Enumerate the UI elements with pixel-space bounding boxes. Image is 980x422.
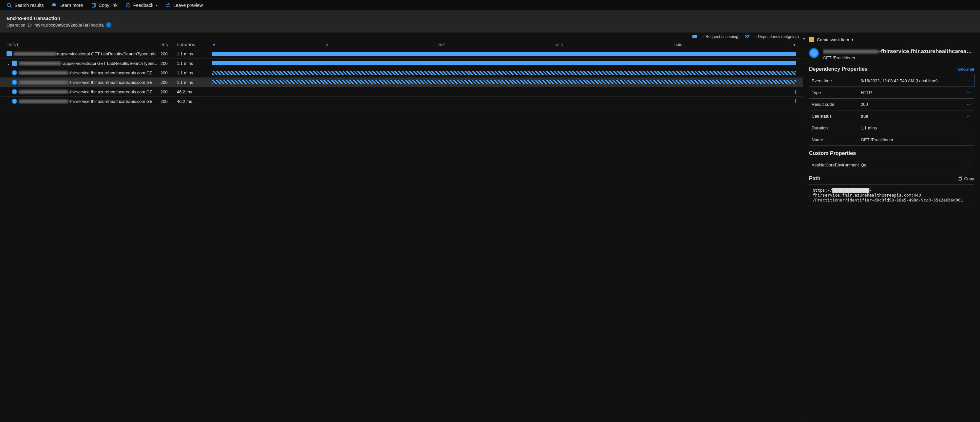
col-res: Res.	[161, 43, 177, 47]
dependency-properties-header: Dependency Properties Show all	[809, 66, 974, 72]
event-name: -appservicesiteapi GET LabResults/Search…	[62, 61, 161, 66]
property-key: Type	[811, 90, 861, 95]
event-duration: 1.1 mins	[177, 80, 210, 85]
smiley-icon	[126, 3, 131, 8]
property-actions-button[interactable]: ⋯	[967, 102, 972, 107]
event-duration: 1.1 mins	[177, 51, 210, 56]
details-panel: » Create work item ▾ -fhirservice.fhir.a…	[803, 32, 980, 422]
insights-badge-icon[interactable]: ◦	[106, 22, 111, 27]
cloud-icon	[51, 3, 57, 8]
event-name: appservicesiteapi GET LabResults/SearchT…	[57, 51, 156, 56]
property-value: 9/16/2022, 12:08:42.749 AM (Local time)	[861, 78, 967, 83]
event-row[interactable]: ⌄-appservicesiteapi GET LabResults/Searc…	[0, 59, 803, 68]
legend-dependency-label: = Dependency (outgoing)	[755, 34, 799, 39]
detail-header: -fhirservice.fhir.azurehealthcareapi... …	[809, 48, 974, 60]
leave-preview-label: Leave preview	[173, 3, 203, 8]
learn-more-button[interactable]: Learn more	[51, 3, 83, 8]
globe-icon	[12, 89, 17, 94]
svg-point-3	[126, 3, 130, 7]
swap-icon	[165, 3, 171, 8]
toolbar: Search results Learn more Copy link Feed…	[0, 0, 980, 11]
property-key: Call status	[811, 114, 861, 119]
event-name: -fhirservice.fhir.azurehealthcareapis.co…	[69, 80, 153, 85]
custom-properties-table: AspNetCoreEnvironmentQa⋯	[809, 159, 974, 171]
redacted-text	[19, 90, 68, 94]
redacted-text	[19, 71, 68, 75]
page-title: End-to-end transaction	[6, 15, 974, 21]
redacted-text	[19, 100, 68, 103]
leave-preview-button[interactable]: Leave preview	[165, 3, 203, 8]
property-row: Result code200⋯	[809, 99, 974, 110]
event-row[interactable]: -fhirservice.fhir.azurehealthcareapis.co…	[0, 97, 803, 106]
property-actions-button[interactable]: ⋯	[967, 78, 972, 83]
timeline-bar	[212, 52, 796, 56]
operation-id-label: Operation ID:	[6, 22, 32, 27]
svg-rect-2	[92, 4, 95, 7]
col-duration: Duration	[177, 43, 210, 47]
create-work-item-button[interactable]: Create work item ▾	[809, 37, 974, 42]
collapse-panel-button[interactable]: »	[803, 36, 805, 41]
event-res: 200	[161, 89, 177, 94]
timeline-bar	[212, 80, 796, 84]
copy-path-button[interactable]: Copy	[958, 176, 974, 181]
event-row[interactable]: -fhirservice.fhir.azurehealthcareapis.co…	[0, 68, 803, 78]
transaction-timeline-panel: = Request (incoming) = Dependency (outgo…	[0, 32, 803, 422]
redacted-text	[19, 62, 61, 65]
event-name: -fhirservice.fhir.azurehealthcareapis.co…	[69, 70, 153, 75]
property-value: 200	[861, 102, 967, 107]
expander-icon[interactable]: ⌄	[6, 61, 11, 66]
grid-header: Event Res. Duration ▼ 0 20 S 40 S 1 MIN …	[0, 41, 803, 49]
tick-0: 0	[326, 43, 328, 47]
property-row: AspNetCoreEnvironmentQa⋯	[809, 159, 974, 171]
request-icon	[12, 61, 17, 66]
search-icon	[6, 3, 12, 8]
dependency-properties-title: Dependency Properties	[809, 66, 868, 72]
chevron-down-icon: ▾	[156, 3, 158, 7]
tick-2: 40 S	[555, 43, 563, 47]
work-item-icon	[809, 37, 814, 42]
globe-icon	[809, 48, 819, 58]
redacted-text	[823, 50, 878, 53]
property-actions-button[interactable]: ⋯	[967, 90, 972, 95]
feedback-button[interactable]: Feedback ▾	[126, 3, 158, 8]
property-actions-button[interactable]: ⋯	[967, 162, 972, 167]
dependency-properties-table: Event time9/16/2022, 12:08:42.749 AM (Lo…	[809, 75, 974, 146]
property-row: Call statustrue⋯	[809, 110, 974, 122]
event-res: 200	[161, 99, 177, 104]
show-all-link[interactable]: Show all	[958, 67, 974, 72]
path-title: Path	[809, 176, 821, 182]
filter-right-icon[interactable]: ▼	[793, 43, 796, 47]
property-actions-button[interactable]: ⋯	[967, 137, 972, 142]
copy-icon	[958, 176, 963, 181]
property-actions-button[interactable]: ⋯	[967, 114, 972, 119]
tick-1: 20 S	[438, 43, 445, 47]
learn-more-label: Learn more	[59, 3, 83, 8]
filter-left-icon[interactable]: ▼	[212, 43, 216, 47]
event-row[interactable]: -fhirservice.fhir.azurehealthcareapis.co…	[0, 87, 803, 97]
search-results-button[interactable]: Search results	[6, 3, 44, 8]
event-name: -fhirservice.fhir.azurehealthcareapis.co…	[69, 99, 153, 104]
event-duration: 46.2 ms	[177, 89, 210, 94]
svg-rect-4	[959, 178, 961, 180]
property-value: true	[861, 114, 967, 119]
event-row[interactable]: -fhirservice.fhir.azurehealthcareapis.co…	[0, 78, 803, 87]
property-row: Duration1.1 mins⋯	[809, 122, 974, 134]
copy-link-button[interactable]: Copy link	[91, 3, 118, 8]
event-rows: appservicesiteapi GET LabResults/SearchT…	[0, 49, 803, 106]
property-value: GET /Practitioner	[861, 137, 967, 142]
property-key: Name	[811, 137, 861, 142]
property-value: HTTP	[861, 90, 967, 95]
copy-icon	[91, 3, 96, 8]
custom-properties-header: Custom Properties	[809, 150, 974, 156]
event-duration: 46.2 ms	[177, 99, 210, 104]
path-value[interactable]: https://███████████████- fhirservice.fhi…	[809, 184, 974, 206]
detail-title: -fhirservice.fhir.azurehealthcareapi...	[823, 48, 974, 55]
timeline-bar	[212, 61, 796, 65]
property-actions-button[interactable]: ⋯	[967, 126, 972, 131]
copy-path-label: Copy	[964, 176, 974, 181]
timeline-bar	[212, 71, 796, 75]
chevron-down-icon: ▾	[852, 38, 853, 41]
event-res: 200	[161, 70, 177, 75]
event-row[interactable]: appservicesiteapi GET LabResults/SearchT…	[0, 49, 803, 59]
copy-link-label: Copy link	[99, 3, 118, 8]
